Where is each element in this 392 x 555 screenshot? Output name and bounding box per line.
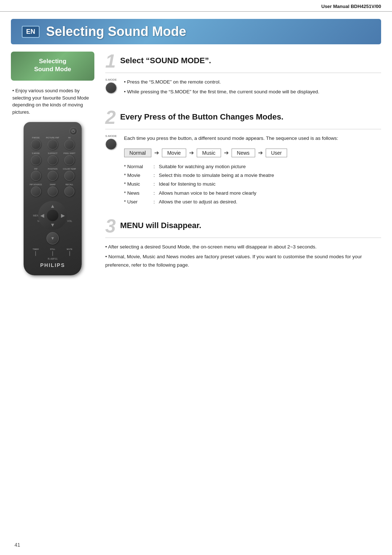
remote-model: R-48F01 xyxy=(28,258,77,260)
nav-down-btn: ▼ xyxy=(46,232,59,244)
mode-movie: Movie xyxy=(162,149,186,157)
header-title: User Manual BDH4251V/00 xyxy=(321,4,381,9)
mode-normal: Normal xyxy=(124,149,151,157)
nav-left-icon: ◀ xyxy=(40,212,44,218)
nav-area: MENU VOL VOL ▲ ▼ ◀ ▶ xyxy=(28,201,77,230)
remote-container: P.MODE PICTURE FMT AV S.MODE xyxy=(11,122,94,275)
btn-pip: PIP xyxy=(28,168,44,182)
step2-title: Every Press of the Button Changes Modes. xyxy=(120,108,283,122)
mode-sequence: Normal ➔ Movie ➔ Music ➔ News xyxy=(124,149,381,157)
btn-still: STILL xyxy=(45,248,61,256)
nav-right-icon: ▶ xyxy=(61,212,65,218)
arrow-2: ➔ xyxy=(189,149,194,156)
smode-label-2: S.MODE xyxy=(105,134,117,138)
mode-desc-user: * User : Allows the user to adjust as de… xyxy=(124,198,381,206)
sidebar-box: Selecting Sound Mode xyxy=(11,52,94,81)
page-title: Selecting Sound Mode xyxy=(46,24,186,39)
smode-button-2 xyxy=(106,139,117,150)
mode-descriptions: * Normal : Suitable for watching any mot… xyxy=(124,162,381,206)
step3-body: After selecting a desired Sound Mode, th… xyxy=(105,243,381,271)
btn-pixelshift: PIXEL SHIFT xyxy=(62,152,77,166)
en-badge: EN xyxy=(22,26,40,38)
mode-desc-music: * Music : Ideal for listening to music xyxy=(124,180,381,189)
btn-swap: SWAP xyxy=(45,183,60,197)
sidebar-box-title: Selecting Sound Mode xyxy=(16,57,89,73)
step3-instructions: After selecting a desired Sound Mode, th… xyxy=(105,243,381,271)
arrow-4: ➔ xyxy=(258,149,263,156)
sidebar-description: Enjoy various sound modes by selecting y… xyxy=(11,87,94,116)
step3-title: MENU will Disappear. xyxy=(120,216,201,230)
btn-recall: RECALL xyxy=(62,183,77,197)
mode-news: News xyxy=(232,149,255,157)
main-content: Selecting Sound Mode Enjoy various sound… xyxy=(0,52,392,281)
nav-center-btn xyxy=(47,210,58,221)
arrow-1: ➔ xyxy=(154,149,159,156)
btn-colortemp: COLOR TEMP xyxy=(62,168,77,182)
btn-mute: MUTE xyxy=(62,248,77,256)
page-number: 41 xyxy=(15,542,20,548)
step3-number: 3 xyxy=(105,216,116,235)
mode-music: Music xyxy=(197,149,221,157)
nav-cross: ▲ ▼ ◀ ▶ xyxy=(38,201,67,230)
btn-picture-fmt: PICTURE FMT xyxy=(45,137,60,150)
step2-intro: Each time you press the button, a differ… xyxy=(124,134,381,143)
mode-desc-normal: * Normal : Suitable for watching any mot… xyxy=(124,162,381,171)
step2-section: 2 Every Press of the Button Changes Mode… xyxy=(105,108,381,206)
step3-header: 3 MENU will Disappear. xyxy=(105,216,381,238)
step2-header: 2 Every Press of the Button Changes Mode… xyxy=(105,108,381,129)
smode-button-1 xyxy=(106,82,117,93)
step2-number: 2 xyxy=(105,108,116,127)
step1-section: 1 Select “SOUND MODE”. S.MODE Press the … xyxy=(105,52,381,98)
nav-down-icon: ▼ xyxy=(50,222,55,228)
smode-label-1: S.MODE xyxy=(105,78,117,81)
btn-pmode: P.MODE xyxy=(28,137,44,150)
mode-user: User xyxy=(266,149,287,157)
btn-pipsource: PIP SOURCE xyxy=(28,183,44,197)
nav-up-icon: ▲ xyxy=(50,203,55,209)
remote-control: P.MODE PICTURE FMT AV S.MODE xyxy=(24,122,82,275)
philips-logo: PHILIPS xyxy=(28,262,77,268)
step1-body: S.MODE Press the “S.MODE” on the remote … xyxy=(105,78,381,98)
right-content: 1 Select “SOUND MODE”. S.MODE Press the … xyxy=(94,52,381,281)
title-banner: EN Selecting Sound Mode xyxy=(11,19,381,44)
step2-body: S.MODE Each time you press the button, a… xyxy=(105,134,381,206)
arrow-3: ➔ xyxy=(224,149,229,156)
mode-desc-news: * News : Allows human voice to be heard … xyxy=(124,189,381,198)
header: User Manual BDH4251V/00 xyxy=(0,0,392,12)
mode-desc-movie: * Movie : Select this mode to simulate b… xyxy=(124,171,381,180)
remote-power-row xyxy=(28,127,77,135)
smode-icon-2: S.MODE xyxy=(105,134,117,150)
step1-number: 1 xyxy=(105,52,116,70)
btn-timer: TIMER xyxy=(28,248,44,256)
step3-section: 3 MENU will Disappear. After selecting a… xyxy=(105,216,381,271)
btn-smode: S.MODE xyxy=(28,152,44,166)
power-button xyxy=(69,127,77,135)
step1-title: Select “SOUND MODE”. xyxy=(120,52,211,65)
step2-right: Each time you press the button, a differ… xyxy=(124,134,381,206)
smode-icon-1: S.MODE xyxy=(105,78,117,93)
left-sidebar: Selecting Sound Mode Enjoy various sound… xyxy=(11,52,94,281)
btn-seffect: S.EFFECT xyxy=(45,152,60,166)
btn-position: POSITION xyxy=(45,168,60,182)
step1-instructions: Press the “S.MODE” on the remote control… xyxy=(124,78,319,98)
step1-header: 1 Select “SOUND MODE”. xyxy=(105,52,381,73)
btn-av: AV xyxy=(62,137,77,150)
